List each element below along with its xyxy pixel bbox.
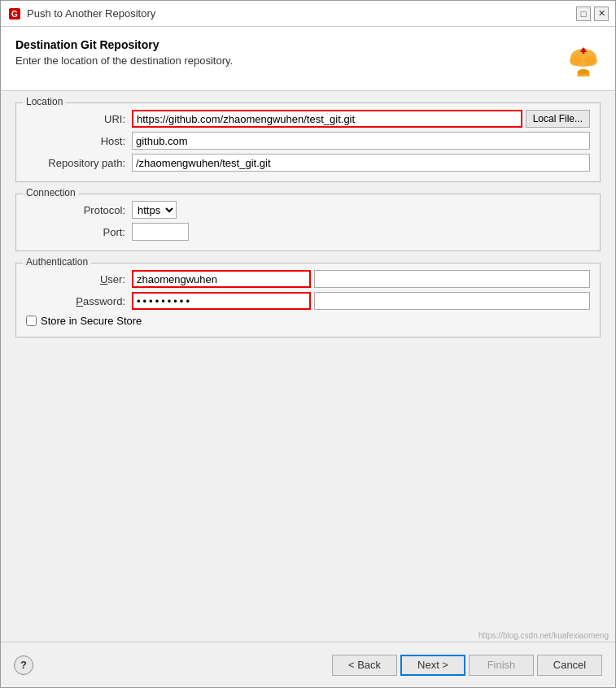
header-subtitle: Enter the location of the destination re…	[15, 54, 233, 67]
header-section: Destination Git Repository Enter the loc…	[1, 27, 615, 91]
close-button[interactable]: ✕	[594, 7, 609, 21]
svg-point-9	[578, 69, 589, 74]
repo-path-row: Repository path:	[26, 154, 590, 172]
uri-label: URI:	[26, 113, 132, 125]
minimize-button[interactable]: □	[576, 7, 591, 21]
watermark: https://blog.csdn.net/kuafexiaomeng	[1, 629, 615, 642]
spacer	[1, 372, 615, 629]
dialog-title: Push to Another Repository	[27, 7, 576, 20]
dialog: G Push to Another Repository □ ✕ Destina…	[0, 0, 616, 688]
button-bar: ? < Back Next > Finish Cancel	[1, 642, 615, 687]
host-label: Host:	[26, 135, 132, 147]
store-label: Store in Secure Store	[41, 315, 142, 327]
header-icon-area	[566, 41, 601, 81]
uri-input[interactable]	[132, 110, 522, 128]
password-input[interactable]	[132, 292, 311, 310]
svg-point-3	[570, 56, 583, 66]
uri-row: URI: Local File...	[26, 110, 590, 128]
host-input[interactable]	[132, 132, 590, 150]
connection-group-label: Connection	[23, 187, 79, 198]
form-area: Location URI: Local File... Host: Reposi…	[1, 91, 615, 372]
finish-button[interactable]: Finish	[469, 655, 534, 676]
dialog-icon: G	[7, 7, 22, 21]
svg-point-4	[584, 56, 597, 66]
repo-path-label: Repository path:	[26, 157, 132, 169]
user-input[interactable]	[132, 270, 311, 288]
port-input[interactable]	[132, 223, 189, 241]
title-bar-controls: □ ✕	[576, 7, 609, 21]
cancel-button[interactable]: Cancel	[537, 655, 602, 676]
next-button[interactable]: Next >	[400, 655, 465, 676]
user-input-full[interactable]	[314, 270, 590, 288]
authentication-group: Authentication User: Password: Store in …	[15, 263, 601, 337]
store-checkbox-row: Store in Secure Store	[26, 315, 590, 327]
repo-path-input[interactable]	[132, 154, 590, 172]
user-row: User:	[26, 270, 590, 288]
protocol-select[interactable]: https http git ssh	[132, 201, 177, 219]
back-button[interactable]: < Back	[332, 655, 397, 676]
location-group-label: Location	[23, 96, 66, 107]
help-button[interactable]: ?	[14, 655, 33, 675]
user-label: User:	[26, 273, 132, 285]
protocol-label: Protocol:	[26, 204, 132, 216]
title-bar: G Push to Another Repository □ ✕	[1, 1, 615, 27]
protocol-row: Protocol: https http git ssh	[26, 201, 590, 219]
password-row: Password:	[26, 292, 590, 310]
host-row: Host:	[26, 132, 590, 150]
push-icon	[566, 41, 601, 81]
header-text: Destination Git Repository Enter the loc…	[15, 38, 233, 67]
connection-group: Connection Protocol: https http git ssh …	[15, 194, 601, 251]
password-label: Password:	[26, 295, 132, 307]
port-row: Port:	[26, 223, 590, 241]
svg-text:G: G	[11, 10, 18, 19]
header-title: Destination Git Repository	[15, 38, 233, 51]
store-checkbox[interactable]	[26, 316, 37, 326]
local-file-button[interactable]: Local File...	[526, 110, 590, 128]
uri-input-wrapper	[132, 110, 522, 128]
location-group: Location URI: Local File... Host: Reposi…	[15, 102, 601, 182]
password-input-full[interactable]	[314, 292, 590, 310]
authentication-group-label: Authentication	[23, 256, 91, 268]
port-label: Port:	[26, 226, 132, 238]
